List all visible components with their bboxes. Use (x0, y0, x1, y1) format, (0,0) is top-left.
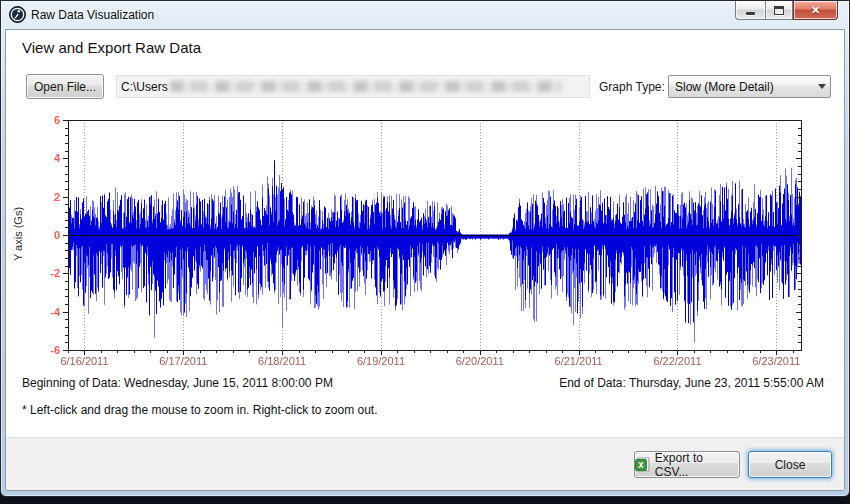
close-button[interactable]: Close (748, 451, 832, 478)
export-to-csv-label: Export to CSV... (655, 451, 739, 479)
file-path-visible-text: C:\Users (121, 80, 168, 94)
data-range-info: Beginning of Data: Wednesday, June 15, 2… (22, 376, 824, 390)
footer-bar: Export to CSV... Close (6, 437, 844, 490)
minimize-button[interactable] (735, 1, 765, 20)
dialog-content: View and Export Raw Data Open File... C:… (5, 29, 845, 491)
zoom-hint-text: * Left-click and drag the mouse to zoom … (22, 403, 378, 417)
graph-type-label: Graph Type: (599, 80, 665, 94)
raw-data-visualization-window: Raw Data Visualization ✕ View and Export… (0, 0, 850, 497)
window-title: Raw Data Visualization (31, 8, 154, 22)
chart-panel: Y axis (Gs) (6, 116, 845, 374)
close-button-label: Close (775, 458, 806, 472)
chevron-down-icon (813, 84, 830, 89)
open-file-button-label: Open File... (34, 80, 96, 94)
file-path-field[interactable]: C:\Users (116, 75, 590, 98)
close-icon: ✕ (811, 4, 820, 17)
minimize-icon (746, 12, 755, 15)
caption-buttons: ✕ (735, 1, 838, 20)
graph-type-selected-value: Slow (More Detail) (669, 80, 813, 94)
export-to-csv-button[interactable]: Export to CSV... (634, 451, 740, 478)
app-logo-icon (9, 6, 26, 23)
raw-data-plot[interactable] (46, 116, 826, 368)
page-title: View and Export Raw Data (22, 39, 201, 56)
graph-type-dropdown[interactable]: Slow (More Detail) (668, 75, 831, 98)
end-of-data-text: End of Data: Thursday, June 23, 2011 5:5… (559, 376, 824, 390)
y-axis-label: Y axis (Gs) (12, 134, 24, 334)
excel-spreadsheet-icon (635, 457, 650, 472)
close-window-button[interactable]: ✕ (793, 1, 838, 20)
beginning-of-data-text: Beginning of Data: Wednesday, June 15, 2… (22, 376, 333, 390)
open-file-button[interactable]: Open File... (26, 74, 104, 99)
maximize-button[interactable] (765, 1, 793, 20)
maximize-icon (774, 6, 784, 15)
titlebar[interactable]: Raw Data Visualization ✕ (1, 1, 849, 29)
file-path-redacted-blur (170, 81, 562, 92)
